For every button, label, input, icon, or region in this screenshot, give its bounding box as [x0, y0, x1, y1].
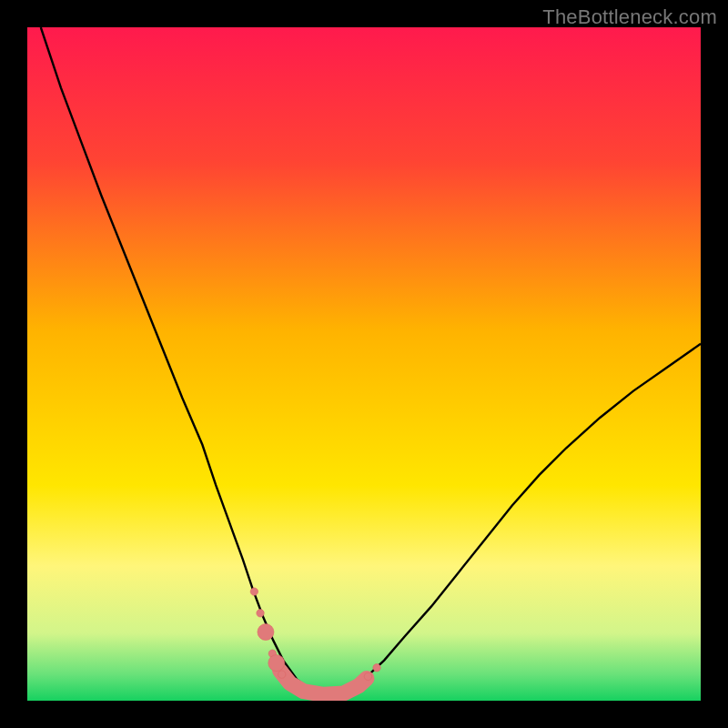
chart-svg [27, 27, 701, 701]
marker-dot [268, 655, 285, 672]
marker-dot [364, 672, 371, 680]
marker-dot [250, 588, 258, 595]
marker-dot [373, 664, 380, 672]
plot-area [27, 27, 701, 701]
watermark-text: TheBottleneck.com [542, 5, 717, 29]
marker-dot [278, 671, 286, 678]
gradient-background [27, 27, 701, 701]
marker-dot [258, 624, 274, 641]
marker-dot [257, 610, 264, 617]
chart-frame: TheBottleneck.com [0, 0, 728, 728]
